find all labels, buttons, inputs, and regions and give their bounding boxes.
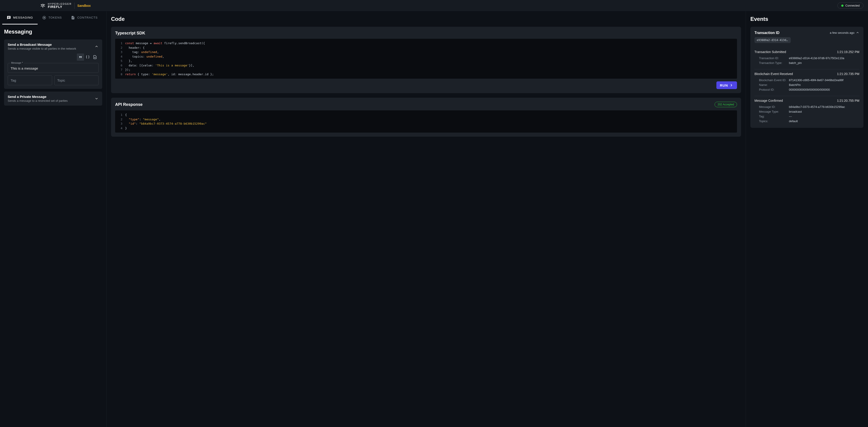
private-card: Send a Private Message Sends a message t… (4, 92, 102, 105)
private-title: Send a Private Message (8, 95, 67, 99)
sdk-code: 1const message = await firefly.sendBroad… (115, 39, 737, 79)
contract-icon (71, 16, 75, 20)
sdk-title: Typescript SDK (115, 31, 145, 36)
broadcast-subtitle: Sends a message visible to all parties i… (8, 47, 76, 50)
broadcast-title: Send a Broadcast Message (8, 42, 76, 47)
status-dot-icon (841, 4, 843, 7)
chevron-up-icon (856, 31, 859, 34)
chevron-right-icon (729, 83, 733, 87)
tag-field (8, 75, 52, 85)
right-column: Events Transaction ID e93889a2-d314-413d… (746, 11, 868, 427)
txid-label: Transaction ID (754, 31, 791, 35)
private-card-toggle[interactable]: Send a Private Message Sends a message t… (4, 92, 102, 105)
connection-status: Connected (837, 2, 864, 9)
brand-main: FIREFLY (48, 5, 72, 8)
sub2-time: 1:21:20.735 PM (837, 72, 859, 76)
sub1-title: Transaction Submitted (754, 50, 786, 54)
status-text: Connected (845, 4, 860, 7)
sub3-time: 1:21:20.755 PM (837, 99, 859, 102)
format-file-button[interactable] (91, 54, 99, 61)
code-heading: Code (111, 16, 741, 22)
broadcast-card: Send a Broadcast Message Sends a message… (4, 39, 102, 89)
tag-input[interactable] (11, 79, 49, 82)
tab-tokens[interactable]: TOKENS (38, 11, 66, 25)
sub2-title: Blockchain Event Received (754, 72, 793, 76)
run-button[interactable]: RUN (716, 81, 737, 89)
event-ago: a few seconds ago (830, 31, 855, 34)
chevron-down-icon (94, 96, 99, 101)
status-badge: 202 Accepted (715, 102, 737, 107)
txid-chip[interactable]: e93889a2-d314-413d-97d6-9… (754, 37, 791, 43)
svg-point-3 (44, 17, 45, 18)
token-icon (42, 16, 46, 20)
format-text-button[interactable] (77, 54, 84, 61)
event-card: Transaction ID e93889a2-d314-413d-97d6-9… (750, 27, 864, 128)
message-field: Message * (8, 63, 99, 73)
api-section: API Response 202 Accepted 1{ 2 "type": "… (111, 98, 741, 137)
svg-point-0 (42, 4, 44, 6)
api-title: API Response (115, 102, 143, 107)
logo: HYPERLEDGER FIREFLY (40, 2, 72, 9)
sub1-time: 1:21:19.252 PM (837, 50, 859, 54)
events-heading: Events (750, 16, 864, 22)
topic-field (54, 75, 99, 85)
message-icon (7, 16, 11, 20)
chevron-up-icon (94, 44, 99, 49)
broadcast-card-toggle[interactable]: Send a Broadcast Message Sends a message… (4, 39, 102, 54)
braces-icon (86, 55, 90, 59)
private-subtitle: Sends a message to a restricted set of p… (8, 99, 67, 102)
tabs: MESSAGING TOKENS CONTRACTS (0, 11, 106, 25)
api-code: 1{ 2 "type": "message", 3 "id": "b84a9bc… (115, 111, 737, 132)
message-input[interactable] (11, 66, 96, 70)
message-label: Message * (10, 61, 24, 64)
sub3-title: Message Confirmed (754, 99, 783, 102)
left-column: MESSAGING TOKENS CONTRACTS Messaging Sen… (0, 11, 106, 427)
format-button-group (8, 54, 99, 61)
firefly-logo-icon (40, 2, 46, 9)
topbar: HYPERLEDGER FIREFLY Sandbox Connected (0, 0, 868, 11)
tab-messaging[interactable]: MESSAGING (2, 11, 38, 25)
topic-input[interactable] (57, 79, 96, 82)
format-json-button[interactable] (84, 54, 91, 61)
file-upload-icon (93, 55, 97, 59)
page-title: Messaging (4, 29, 102, 35)
brand-group: HYPERLEDGER FIREFLY Sandbox (40, 2, 91, 9)
sandbox-label: Sandbox (77, 4, 91, 7)
middle-column: Code Typescript SDK 1const message = awa… (106, 11, 746, 427)
tab-contracts[interactable]: CONTRACTS (66, 11, 102, 25)
sdk-section: Typescript SDK 1const message = await fi… (111, 27, 741, 93)
event-collapse-toggle[interactable]: a few seconds ago (830, 31, 859, 34)
quote-icon (79, 55, 83, 59)
